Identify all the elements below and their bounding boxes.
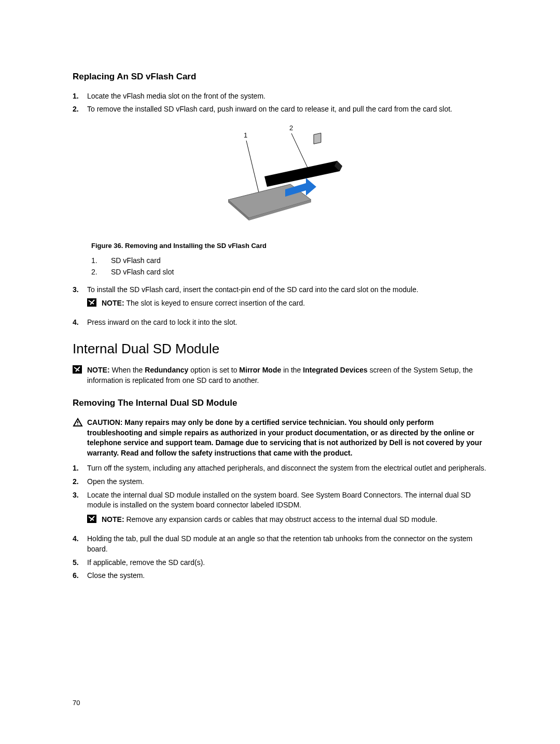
step-item: 4. Holding the tab, pull the dual SD mod… [73,534,487,554]
page-content: Replacing An SD vFlash Card 1. Locate th… [0,0,560,744]
note-text: NOTE: The slot is keyed to ensure correc… [102,298,487,310]
step-text: Holding the tab, pull the dual SD module… [87,534,487,554]
steps-list-c: 1. Turn off the system, including any at… [73,463,487,581]
note-icon [87,515,96,523]
caution-icon [73,418,83,427]
step-number: 3. [73,490,87,531]
step-item: 2. Open the system. [73,477,487,487]
step-number: 4. [73,534,87,554]
step-item: 2. To remove the installed SD vFlash car… [73,104,487,115]
callout-item: 1. SD vFlash card [91,256,487,266]
step-text: Close the system. [87,571,487,581]
svg-marker-2 [264,161,342,187]
step-number: 3. [73,285,87,314]
step-number: 1. [73,463,87,474]
step-number: 1. [73,91,87,102]
steps-list-b: 3. To install the SD vFlash card, insert… [73,285,487,328]
step-number: 6. [73,571,87,581]
step-number: 5. [73,558,87,568]
step-text: To install the SD vFlash card, insert th… [87,285,487,295]
step-item: 3. To install the SD vFlash card, insert… [73,285,487,314]
callout-number: 1. [91,256,111,266]
callout-2-label: 2 [289,124,293,132]
step-text: Open the system. [87,477,487,487]
note-icon [87,298,96,307]
step-item: 5. If applicable, remove the SD card(s). [73,558,487,568]
step-item: 3. Locate the internal dual SD module in… [73,490,487,531]
callout-item: 2. SD vFlash card slot [91,267,487,278]
step-text: Press inward on the card to lock it into… [87,318,487,328]
figure-illustration: 1 2 [207,122,353,231]
heading-replacing-sd-vflash: Replacing An SD vFlash Card [73,71,487,83]
step-number: 4. [73,318,87,328]
step-item: 1. Turn off the system, including any at… [73,463,487,474]
step-item: 4. Press inward on the card to lock it i… [73,318,487,328]
figure-callouts: 1. SD vFlash card 2. SD vFlash card slot [91,256,487,278]
step-item: 1. Locate the vFlash media slot on the f… [73,91,487,102]
steps-list-a: 1. Locate the vFlash media slot on the f… [73,91,487,115]
note-text: NOTE: When the Redundancy option is set … [87,365,487,385]
svg-line-1 [291,133,309,170]
note-text: NOTE: Remove any expansion cards or cabl… [102,515,487,526]
svg-rect-4 [314,133,321,144]
step-item: 6. Close the system. [73,571,487,581]
svg-line-0 [246,141,259,195]
step-text: Locate the internal dual SD module insta… [87,490,487,511]
figure-sd-vflash: 1 2 [73,122,487,234]
step-text: To remove the installed SD vFlash card, … [87,104,487,115]
heading-removing-internal-dual-sd: Removing The Internal Dual SD Module [73,397,487,409]
step-text: If applicable, remove the SD card(s). [87,558,487,568]
step-text: Turn off the system, including any attac… [87,463,487,474]
callout-text: SD vFlash card [111,256,161,266]
figure-caption: Figure 36. Removing and Installing the S… [91,241,487,251]
caution-block: CAUTION: Many repairs may only be done b… [73,418,487,458]
page-number: 70 [73,698,80,708]
step-text: Locate the vFlash media slot on the fron… [87,91,487,102]
note-block: NOTE: When the Redundancy option is set … [73,365,487,385]
caution-text: CAUTION: Many repairs may only be done b… [87,418,487,458]
callout-text: SD vFlash card slot [111,267,174,278]
heading-internal-dual-sd: Internal Dual SD Module [73,339,487,358]
callout-1-label: 1 [244,131,247,139]
step-number: 2. [73,104,87,115]
note-icon [73,365,82,374]
callout-number: 2. [91,267,111,278]
step-number: 2. [73,477,87,487]
